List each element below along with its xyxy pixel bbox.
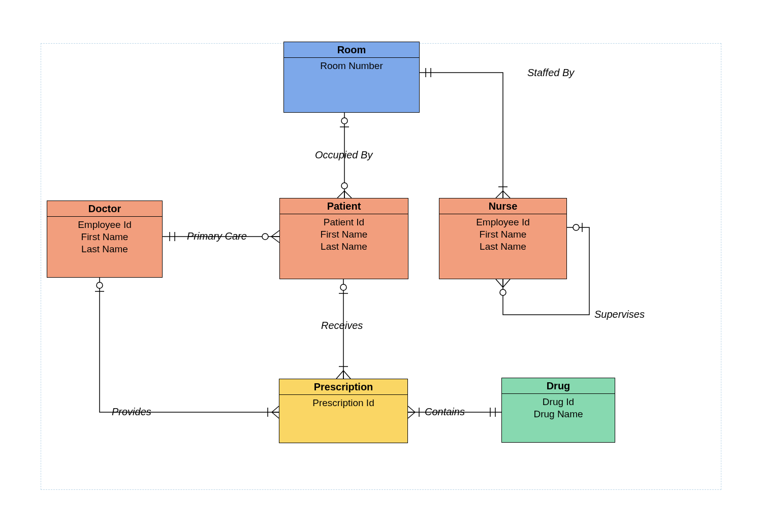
- entity-prescription-attrs: Prescription Id: [279, 395, 407, 443]
- entity-prescription[interactable]: Prescription Prescription Id: [279, 379, 408, 443]
- entity-patient[interactable]: Patient Patient Id First Name Last Name: [279, 198, 408, 279]
- entity-drug-title: Drug: [502, 378, 615, 394]
- relationship-receives-label: Receives: [321, 320, 363, 331]
- entity-doctor-title: Doctor: [47, 201, 162, 217]
- entity-prescription-title: Prescription: [279, 379, 407, 395]
- entity-room[interactable]: Room Room Number: [283, 42, 420, 113]
- entity-attr: Room Number: [287, 60, 416, 72]
- entity-room-title: Room: [284, 42, 419, 58]
- relationship-primary-care-label: Primary Care: [187, 230, 247, 242]
- entity-attr: Last Name: [50, 243, 159, 255]
- entity-attr: First Name: [442, 228, 563, 241]
- entity-nurse-attrs: Employee Id First Name Last Name: [439, 214, 566, 279]
- entity-attr: First Name: [283, 228, 405, 241]
- entity-nurse[interactable]: Nurse Employee Id First Name Last Name: [439, 198, 567, 279]
- entity-doctor[interactable]: Doctor Employee Id First Name Last Name: [47, 201, 163, 278]
- entity-attr: Last Name: [442, 241, 563, 253]
- entity-attr: Drug Id: [505, 396, 612, 408]
- entity-doctor-attrs: Employee Id First Name Last Name: [47, 217, 162, 277]
- entity-drug-attrs: Drug Id Drug Name: [502, 394, 615, 442]
- relationship-contains-label: Contains: [425, 406, 465, 418]
- entity-patient-title: Patient: [280, 198, 408, 214]
- entity-attr: Last Name: [283, 241, 405, 253]
- entity-attr: Employee Id: [50, 219, 159, 231]
- entity-attr: Patient Id: [283, 216, 405, 228]
- relationship-supervises-label: Supervises: [594, 309, 645, 320]
- entity-attr: Prescription Id: [282, 397, 404, 409]
- entity-attr: First Name: [50, 231, 159, 243]
- entity-attr: Drug Name: [505, 408, 612, 420]
- entity-room-attrs: Room Number: [284, 58, 419, 112]
- relationship-staffed-by-label: Staffed By: [527, 67, 574, 79]
- entity-nurse-title: Nurse: [439, 198, 566, 214]
- entity-patient-attrs: Patient Id First Name Last Name: [280, 214, 408, 279]
- relationship-occupied-by-label: Occupied By: [315, 149, 372, 161]
- relationship-provides-label: Provides: [112, 406, 151, 418]
- entity-attr: Employee Id: [442, 216, 563, 228]
- entity-drug[interactable]: Drug Drug Id Drug Name: [501, 378, 615, 443]
- er-diagram-canvas: Room Room Number Doctor Employee Id Firs…: [0, 0, 761, 532]
